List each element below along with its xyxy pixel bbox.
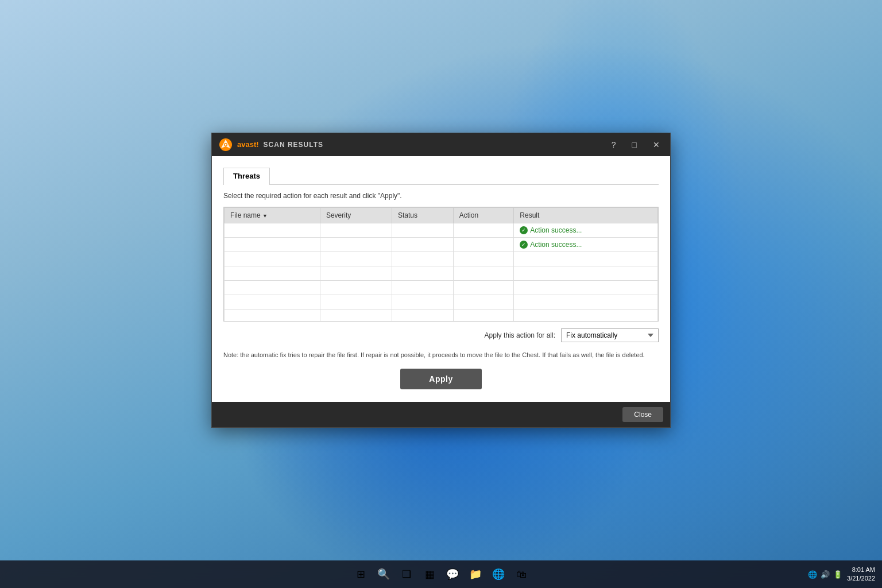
- cell-filename: [225, 223, 320, 237]
- col-severity: Severity: [320, 207, 392, 223]
- dialog-overlay: avast! SCAN RESULTS ? □ ✕ Threats Select…: [0, 0, 882, 560]
- success-checkmark-icon: ✓: [520, 226, 528, 234]
- tabs-bar: Threats: [223, 168, 659, 185]
- taskbar-icon-search[interactable]: 🔍: [373, 564, 394, 585]
- taskbar-icon-widgets[interactable]: ▦: [419, 564, 440, 585]
- help-button[interactable]: ?: [608, 139, 620, 150]
- taskbar-icon-taskview[interactable]: ❑: [396, 564, 417, 585]
- col-status: Status: [392, 207, 453, 223]
- table-row: ✓ Action success...: [225, 223, 658, 237]
- dialog-content: Threats Select the required action for e…: [212, 156, 670, 403]
- cell-severity: [320, 237, 392, 252]
- taskbar-center: ⊞🔍❑▦💬📁🌐🛍: [350, 564, 532, 585]
- apply-all-label: Apply this action for all:: [485, 331, 555, 339]
- taskbar-icon-edge[interactable]: 🌐: [488, 564, 509, 585]
- titlebar: avast! SCAN RESULTS ? □ ✕: [212, 133, 670, 156]
- cell-result: ✓ Action success...: [514, 237, 658, 252]
- avast-logo-icon: [219, 138, 233, 152]
- table-row: ✓ Action success...: [225, 237, 658, 252]
- taskbar-icon-chat[interactable]: 💬: [442, 564, 463, 585]
- titlebar-controls: ? □ ✕: [608, 139, 663, 150]
- scan-results-dialog: avast! SCAN RESULTS ? □ ✕ Threats Select…: [211, 133, 671, 428]
- success-checkmark-icon: ✓: [520, 241, 528, 249]
- taskbar-icon-start[interactable]: ⊞: [350, 564, 371, 585]
- cell-result: ✓ Action success...: [514, 223, 658, 237]
- clock-date: 3/21/2022: [847, 574, 875, 583]
- svg-point-2: [225, 144, 227, 145]
- taskbar-icon-store[interactable]: 🛍: [511, 564, 532, 585]
- action-success-indicator: ✓ Action success...: [520, 241, 652, 249]
- cell-status: [392, 237, 453, 252]
- col-action: Action: [453, 207, 514, 223]
- instruction-text: Select the required action for each resu…: [223, 192, 659, 200]
- col-result: Result: [514, 207, 658, 223]
- battery-icon: 🔋: [833, 570, 842, 579]
- action-success-indicator: ✓ Action success...: [520, 226, 652, 234]
- col-filename[interactable]: File name: [225, 207, 320, 223]
- taskbar-icon-explorer[interactable]: 📁: [465, 564, 486, 585]
- tab-threats[interactable]: Threats: [223, 168, 270, 185]
- taskbar-sys-icons: 🌐 🔊 🔋: [808, 570, 842, 579]
- taskbar: ⊞🔍❑▦💬📁🌐🛍 🌐 🔊 🔋 8:01 AM 3/21/2022: [0, 560, 882, 588]
- results-table-wrapper: File name Severity Status Action: [223, 207, 659, 322]
- cell-filename: [225, 237, 320, 252]
- cell-status: [392, 223, 453, 237]
- table-row-empty: [225, 266, 658, 280]
- note-text: Note: the automatic fix tries to repair …: [223, 350, 659, 360]
- results-table: File name Severity Status Action: [224, 207, 658, 322]
- cell-action: [453, 237, 514, 252]
- cell-severity: [320, 223, 392, 237]
- apply-all-row: Apply this action for all: Fix automatic…: [223, 328, 659, 342]
- window-close-button[interactable]: ✕: [649, 139, 663, 150]
- table-row-empty: [225, 309, 658, 322]
- table-row-empty: [225, 295, 658, 309]
- apply-btn-row: Apply: [223, 369, 659, 389]
- result-text: Action success...: [530, 226, 582, 234]
- clock-time: 8:01 AM: [847, 566, 875, 574]
- dialog-footer: Close: [212, 402, 670, 427]
- volume-icon: 🔊: [821, 570, 830, 579]
- maximize-button[interactable]: □: [629, 139, 640, 150]
- table-row-empty: [225, 280, 658, 295]
- apply-all-select[interactable]: Fix automaticallyMove to ChestDeleteIgno…: [561, 328, 659, 342]
- result-text: Action success...: [530, 241, 582, 249]
- cell-action: [453, 223, 514, 237]
- network-icon: 🌐: [808, 570, 817, 579]
- titlebar-left: avast! SCAN RESULTS: [219, 138, 323, 152]
- brand-label: avast!: [237, 140, 259, 149]
- taskbar-right: 🌐 🔊 🔋 8:01 AM 3/21/2022: [808, 566, 875, 583]
- table-header-row: File name Severity Status Action: [225, 207, 658, 223]
- table-row-empty: [225, 252, 658, 266]
- taskbar-clock[interactable]: 8:01 AM 3/21/2022: [847, 566, 875, 583]
- apply-button[interactable]: Apply: [400, 369, 481, 389]
- window-title: SCAN RESULTS: [264, 141, 323, 149]
- close-footer-button[interactable]: Close: [622, 407, 663, 422]
